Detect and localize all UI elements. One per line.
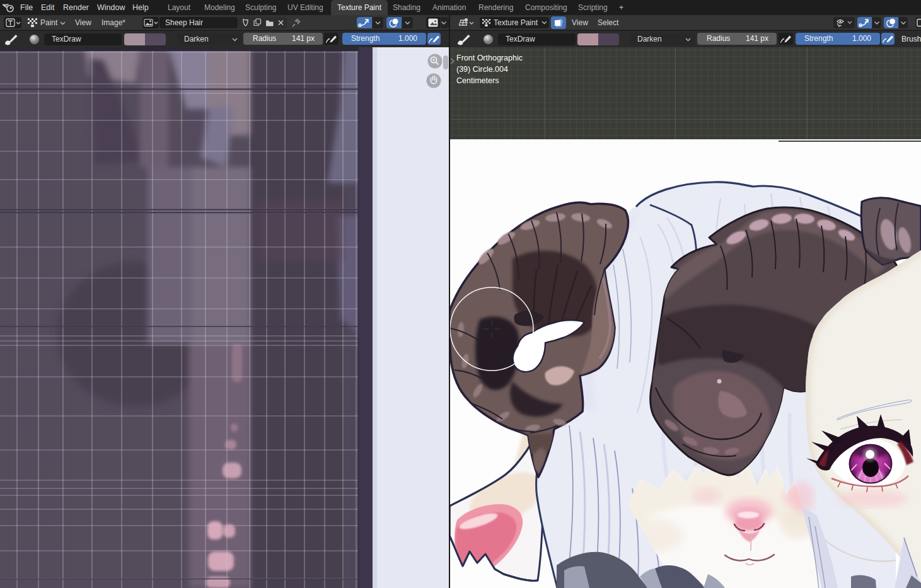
svg-text:Centimeters: Centimeters — [456, 76, 499, 85]
svg-text:(39) Circle.004: (39) Circle.004 — [456, 65, 508, 74]
svg-text:Front Orthographic: Front Orthographic — [456, 54, 523, 62]
